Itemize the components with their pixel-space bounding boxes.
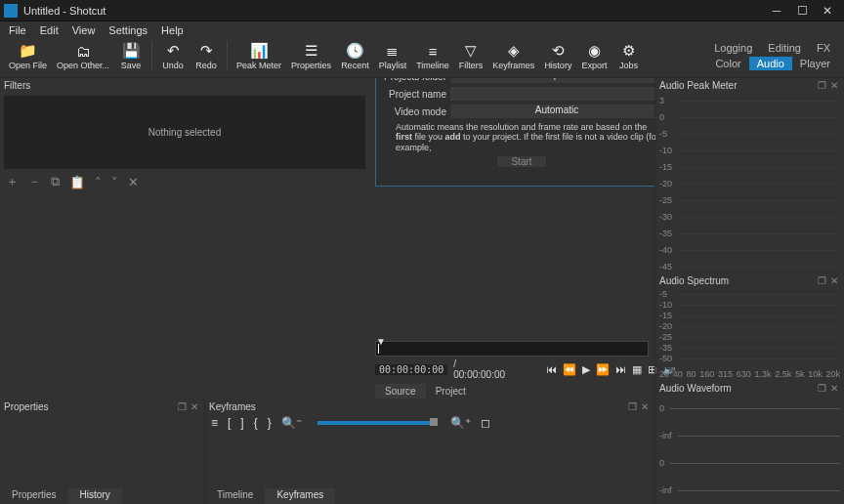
tab-audio[interactable]: Audio: [749, 57, 792, 70]
menu-settings[interactable]: Settings: [103, 23, 153, 37]
menu-file[interactable]: File: [3, 23, 32, 37]
project-name-field[interactable]: [450, 87, 663, 101]
properties-icon: ☰: [302, 41, 321, 61]
close-panel-icon[interactable]: ✕: [639, 401, 651, 412]
history-button[interactable]: ⟲History: [541, 41, 574, 70]
menu-help[interactable]: Help: [155, 23, 190, 37]
tab-player[interactable]: Player: [792, 57, 838, 70]
redo-button[interactable]: ↷Redo: [191, 41, 221, 70]
peak-meter-button[interactable]: 📊Peak Meter: [233, 41, 284, 70]
bracket-close-icon[interactable]: ]: [240, 416, 243, 430]
add-filter-icon[interactable]: ＋: [6, 173, 19, 190]
tab-editing[interactable]: Editing: [760, 41, 809, 55]
properties-button[interactable]: ☰Properties: [288, 41, 334, 70]
maximize-button[interactable]: ☐: [789, 1, 815, 21]
close-button[interactable]: ✕: [815, 1, 840, 21]
timeline-button[interactable]: ≡Timeline: [413, 41, 452, 70]
undock-icon[interactable]: ❐: [176, 401, 189, 412]
db-label: -50: [659, 354, 672, 363]
close-panel-icon[interactable]: ✕: [828, 383, 840, 394]
player-tab-project[interactable]: Project: [426, 384, 476, 399]
db-label: -5: [659, 129, 667, 139]
zoom-fit-icon[interactable]: ◻: [481, 416, 490, 430]
jobs-button[interactable]: ⚙Jobs: [613, 41, 643, 70]
db-label: -35: [659, 229, 672, 238]
skip-start-icon[interactable]: ⏮: [546, 363, 557, 375]
zoom-icon[interactable]: ▦: [632, 363, 642, 376]
bottom-tab-history[interactable]: History: [68, 488, 122, 504]
tab-fx[interactable]: FX: [809, 41, 838, 55]
filters-button[interactable]: ▽Filters: [456, 41, 486, 70]
paste-filter-icon[interactable]: 📋: [69, 175, 85, 189]
filters-preview: Nothing selected: [4, 96, 365, 169]
playlist-button[interactable]: ≣Playlist: [376, 41, 410, 70]
move-up-icon[interactable]: ˄: [95, 175, 102, 189]
close-panel-icon[interactable]: ✕: [828, 275, 840, 286]
tab-color[interactable]: Color: [707, 57, 748, 70]
open-file-button[interactable]: 📁Open File: [6, 41, 50, 70]
peak-meter-icon: 📊: [249, 41, 269, 61]
audio-peak-title: Audio Peak Meter: [659, 80, 738, 91]
bottom-tab-timeline[interactable]: Timeline: [205, 488, 265, 504]
rewind-icon[interactable]: ⏪: [563, 363, 576, 376]
undock-icon[interactable]: ❐: [626, 401, 639, 412]
db-label: -25: [659, 195, 672, 205]
minimize-button[interactable]: ─: [764, 1, 789, 21]
keyframes-panel: Keyframes❐✕ ≡ [ ] { } 🔍⁻ 🔍⁺ ◻ Timeline K…: [205, 399, 654, 504]
bottom-tab-properties[interactable]: Properties: [0, 488, 68, 504]
tab-logging[interactable]: Logging: [706, 41, 760, 55]
undock-icon[interactable]: ❐: [816, 275, 828, 286]
timecode-current[interactable]: 00:00:00:00: [375, 364, 447, 375]
save-button[interactable]: 💾Save: [116, 41, 146, 70]
window-title: Untitled - Shotcut: [23, 5, 764, 17]
menu-bar: File Edit View Settings Help: [0, 21, 844, 39]
start-button[interactable]: Start: [497, 156, 545, 167]
brace-close-icon[interactable]: }: [268, 416, 272, 430]
keyframes-title: Keyframes: [209, 401, 256, 412]
zoom-slider[interactable]: [317, 421, 435, 425]
zoom-out-icon[interactable]: 🔍⁻: [281, 416, 302, 430]
play-icon[interactable]: ▶: [582, 363, 590, 376]
db-label: -15: [659, 162, 672, 172]
open-other-button[interactable]: 🗂Open Other...: [54, 41, 112, 70]
app-icon: [4, 4, 18, 18]
db-label: -45: [659, 262, 672, 272]
timecode-total: / 00:00:00:00: [453, 358, 505, 380]
audio-spectrum-panel: Audio Spectrum❐✕ -5-10-15-20-25-35-50 20…: [655, 273, 844, 381]
copy-filter-icon[interactable]: ⧉: [51, 174, 60, 189]
player-scrubber[interactable]: ▼: [375, 341, 649, 357]
deselect-icon[interactable]: ✕: [128, 175, 139, 189]
projects-folder-field[interactable]: ...sers/lp/Videos: [450, 78, 663, 83]
menu-view[interactable]: View: [66, 23, 102, 37]
export-button[interactable]: ◉Export: [578, 41, 610, 70]
export-icon: ◉: [584, 41, 604, 61]
remove-filter-icon[interactable]: －: [28, 173, 41, 190]
db-label: -40: [659, 245, 672, 255]
menu-edit[interactable]: Edit: [34, 23, 64, 37]
keyframes-button[interactable]: ◈Keyframes: [489, 41, 537, 70]
bracket-open-icon[interactable]: [: [228, 416, 231, 430]
db-label: -10: [659, 146, 672, 155]
close-panel-icon[interactable]: ✕: [189, 401, 200, 412]
fast-forward-icon[interactable]: ⏩: [596, 363, 610, 376]
undo-button[interactable]: ↶Undo: [158, 41, 188, 70]
db-label: -5: [659, 289, 667, 299]
audio-spectrum-title: Audio Spectrum: [659, 275, 729, 286]
db-label: -10: [659, 300, 672, 310]
undock-icon[interactable]: ❐: [816, 80, 828, 91]
db-label: 3: [659, 96, 664, 105]
keyframes-icon: ◈: [504, 41, 524, 61]
zoom-in-icon[interactable]: 🔍⁺: [450, 416, 471, 430]
brace-open-icon[interactable]: {: [254, 416, 258, 430]
video-mode-description: Automatic means the resolution and frame…: [376, 120, 667, 154]
menu-icon[interactable]: ≡: [211, 416, 218, 430]
player-tab-source[interactable]: Source: [375, 384, 426, 399]
close-panel-icon[interactable]: ✕: [828, 80, 840, 91]
toolbar-separator: [151, 41, 152, 70]
skip-end-icon[interactable]: ⏭: [615, 363, 626, 375]
video-mode-select[interactable]: Automatic: [450, 105, 663, 118]
recent-button[interactable]: 🕓Recent: [338, 41, 372, 70]
undock-icon[interactable]: ❐: [816, 383, 828, 394]
bottom-tab-keyframes[interactable]: Keyframes: [265, 488, 335, 504]
move-down-icon[interactable]: ˅: [111, 175, 118, 189]
